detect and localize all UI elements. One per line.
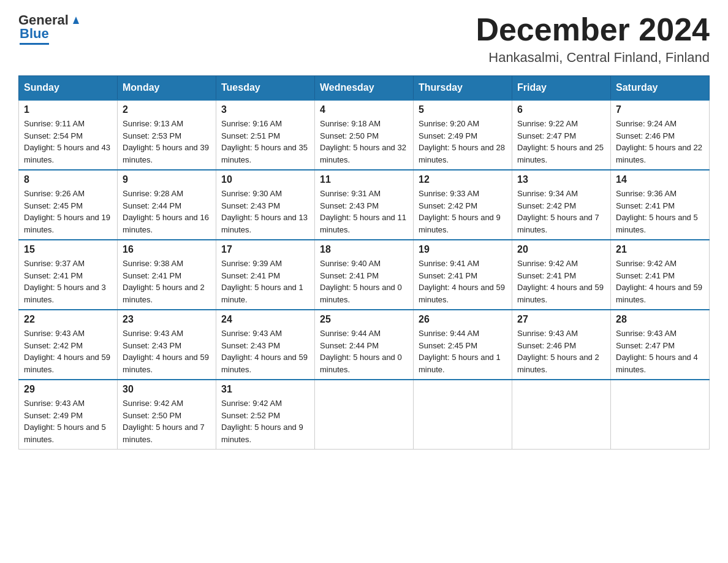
day-info: Sunrise: 9:18 AMSunset: 2:50 PMDaylight:… <box>320 118 408 166</box>
day-number: 30 <box>123 384 211 395</box>
calendar-cell <box>512 380 611 450</box>
day-number: 12 <box>419 174 507 185</box>
calendar-cell: 19 Sunrise: 9:41 AMSunset: 2:41 PMDaylig… <box>414 240 512 310</box>
day-number: 9 <box>123 174 211 185</box>
calendar-cell: 5 Sunrise: 9:20 AMSunset: 2:49 PMDayligh… <box>414 100 512 170</box>
day-number: 8 <box>24 174 112 185</box>
title-area: December 2024 Hankasalmi, Central Finlan… <box>476 12 710 66</box>
month-title: December 2024 <box>476 12 710 47</box>
day-info: Sunrise: 9:42 AMSunset: 2:41 PMDaylight:… <box>517 258 605 305</box>
day-info: Sunrise: 9:22 AMSunset: 2:47 PMDaylight:… <box>517 118 605 166</box>
calendar-cell: 20 Sunrise: 9:42 AMSunset: 2:41 PMDaylig… <box>512 240 611 310</box>
weekday-header-row: SundayMondayTuesdayWednesdayThursdayFrid… <box>19 76 710 101</box>
calendar-cell: 27 Sunrise: 9:43 AMSunset: 2:46 PMDaylig… <box>512 310 611 380</box>
calendar-cell: 18 Sunrise: 9:40 AMSunset: 2:41 PMDaylig… <box>315 240 414 310</box>
day-number: 10 <box>221 174 309 185</box>
day-info: Sunrise: 9:44 AMSunset: 2:44 PMDaylight:… <box>320 327 408 375</box>
day-number: 29 <box>24 384 112 395</box>
day-number: 31 <box>221 384 309 395</box>
day-info: Sunrise: 9:38 AMSunset: 2:41 PMDaylight:… <box>123 258 211 305</box>
day-number: 6 <box>517 104 605 115</box>
day-info: Sunrise: 9:24 AMSunset: 2:46 PMDaylight:… <box>616 118 704 166</box>
calendar-cell: 8 Sunrise: 9:26 AMSunset: 2:45 PMDayligh… <box>19 170 118 240</box>
day-number: 2 <box>123 104 211 115</box>
day-info: Sunrise: 9:30 AMSunset: 2:43 PMDaylight:… <box>221 188 309 236</box>
day-info: Sunrise: 9:40 AMSunset: 2:41 PMDaylight:… <box>320 258 408 305</box>
day-number: 20 <box>517 244 605 255</box>
day-number: 13 <box>517 174 605 185</box>
location-subtitle: Hankasalmi, Central Finland, Finland <box>476 50 710 66</box>
day-info: Sunrise: 9:42 AMSunset: 2:52 PMDaylight:… <box>221 397 309 445</box>
calendar-cell: 31 Sunrise: 9:42 AMSunset: 2:52 PMDaylig… <box>216 380 315 450</box>
weekday-header-friday: Friday <box>512 76 611 101</box>
day-info: Sunrise: 9:11 AMSunset: 2:54 PMDaylight:… <box>24 118 112 166</box>
day-info: Sunrise: 9:42 AMSunset: 2:41 PMDaylight:… <box>616 258 704 305</box>
week-row-5: 29 Sunrise: 9:43 AMSunset: 2:49 PMDaylig… <box>19 380 710 450</box>
calendar-cell: 17 Sunrise: 9:39 AMSunset: 2:41 PMDaylig… <box>216 240 315 310</box>
weekday-header-saturday: Saturday <box>611 76 710 101</box>
day-info: Sunrise: 9:20 AMSunset: 2:49 PMDaylight:… <box>419 118 507 166</box>
day-info: Sunrise: 9:43 AMSunset: 2:47 PMDaylight:… <box>616 327 704 375</box>
svg-marker-0 <box>73 17 79 24</box>
day-number: 21 <box>616 244 704 255</box>
day-number: 24 <box>221 314 309 325</box>
day-number: 5 <box>419 104 507 115</box>
calendar-cell: 29 Sunrise: 9:43 AMSunset: 2:49 PMDaylig… <box>19 380 118 450</box>
week-row-2: 8 Sunrise: 9:26 AMSunset: 2:45 PMDayligh… <box>19 170 710 240</box>
day-info: Sunrise: 9:16 AMSunset: 2:51 PMDaylight:… <box>221 118 309 166</box>
logo-blue-text: Blue <box>20 26 49 41</box>
day-info: Sunrise: 9:36 AMSunset: 2:41 PMDaylight:… <box>616 188 704 236</box>
day-number: 25 <box>320 314 408 325</box>
day-number: 4 <box>320 104 408 115</box>
day-number: 7 <box>616 104 704 115</box>
logo-underline <box>20 43 49 45</box>
day-info: Sunrise: 9:37 AMSunset: 2:41 PMDaylight:… <box>24 258 112 305</box>
calendar-cell: 15 Sunrise: 9:37 AMSunset: 2:41 PMDaylig… <box>19 240 118 310</box>
calendar-cell: 3 Sunrise: 9:16 AMSunset: 2:51 PMDayligh… <box>216 100 315 170</box>
day-number: 11 <box>320 174 408 185</box>
weekday-header-monday: Monday <box>118 76 216 101</box>
week-row-3: 15 Sunrise: 9:37 AMSunset: 2:41 PMDaylig… <box>19 240 710 310</box>
calendar-cell: 21 Sunrise: 9:42 AMSunset: 2:41 PMDaylig… <box>611 240 710 310</box>
calendar-cell: 10 Sunrise: 9:30 AMSunset: 2:43 PMDaylig… <box>216 170 315 240</box>
week-row-1: 1 Sunrise: 9:11 AMSunset: 2:54 PMDayligh… <box>19 100 710 170</box>
day-number: 27 <box>517 314 605 325</box>
day-number: 16 <box>123 244 211 255</box>
day-number: 3 <box>221 104 309 115</box>
day-number: 14 <box>616 174 704 185</box>
calendar-cell: 23 Sunrise: 9:43 AMSunset: 2:43 PMDaylig… <box>118 310 216 380</box>
day-info: Sunrise: 9:43 AMSunset: 2:43 PMDaylight:… <box>221 327 309 375</box>
day-number: 26 <box>419 314 507 325</box>
day-info: Sunrise: 9:31 AMSunset: 2:43 PMDaylight:… <box>320 188 408 236</box>
logo: General Blue <box>18 12 83 45</box>
calendar-cell <box>611 380 710 450</box>
calendar-cell <box>315 380 414 450</box>
day-info: Sunrise: 9:33 AMSunset: 2:42 PMDaylight:… <box>419 188 507 236</box>
calendar-cell: 14 Sunrise: 9:36 AMSunset: 2:41 PMDaylig… <box>611 170 710 240</box>
calendar-cell: 13 Sunrise: 9:34 AMSunset: 2:42 PMDaylig… <box>512 170 611 240</box>
calendar-cell: 7 Sunrise: 9:24 AMSunset: 2:46 PMDayligh… <box>611 100 710 170</box>
day-info: Sunrise: 9:43 AMSunset: 2:46 PMDaylight:… <box>517 327 605 375</box>
day-number: 19 <box>419 244 507 255</box>
day-number: 15 <box>24 244 112 255</box>
calendar-cell: 9 Sunrise: 9:28 AMSunset: 2:44 PMDayligh… <box>118 170 216 240</box>
calendar-cell: 1 Sunrise: 9:11 AMSunset: 2:54 PMDayligh… <box>19 100 118 170</box>
calendar-table: SundayMondayTuesdayWednesdayThursdayFrid… <box>18 75 710 450</box>
day-info: Sunrise: 9:42 AMSunset: 2:50 PMDaylight:… <box>123 397 211 445</box>
day-info: Sunrise: 9:43 AMSunset: 2:49 PMDaylight:… <box>24 397 112 445</box>
calendar-cell <box>414 380 512 450</box>
day-number: 1 <box>24 104 112 115</box>
logo-triangle-icon <box>69 13 83 26</box>
calendar-cell: 22 Sunrise: 9:43 AMSunset: 2:42 PMDaylig… <box>19 310 118 380</box>
weekday-header-sunday: Sunday <box>19 76 118 101</box>
day-number: 23 <box>123 314 211 325</box>
day-info: Sunrise: 9:13 AMSunset: 2:53 PMDaylight:… <box>123 118 211 166</box>
calendar-cell: 24 Sunrise: 9:43 AMSunset: 2:43 PMDaylig… <box>216 310 315 380</box>
day-info: Sunrise: 9:28 AMSunset: 2:44 PMDaylight:… <box>123 188 211 236</box>
calendar-cell: 4 Sunrise: 9:18 AMSunset: 2:50 PMDayligh… <box>315 100 414 170</box>
day-number: 28 <box>616 314 704 325</box>
day-info: Sunrise: 9:43 AMSunset: 2:42 PMDaylight:… <box>24 327 112 375</box>
page-header: General Blue December 2024 Hankasalmi, C… <box>18 12 710 66</box>
day-info: Sunrise: 9:41 AMSunset: 2:41 PMDaylight:… <box>419 258 507 305</box>
day-number: 18 <box>320 244 408 255</box>
